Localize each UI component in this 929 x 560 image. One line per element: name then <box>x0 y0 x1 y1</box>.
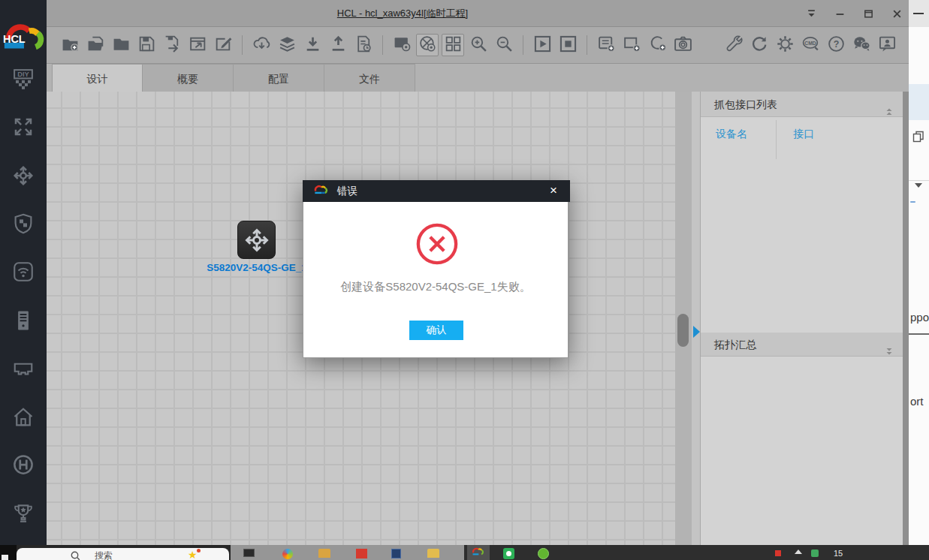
add-area-button[interactable] <box>620 34 643 56</box>
maximize-button[interactable] <box>862 8 874 20</box>
topology-panel-header[interactable]: 拓扑汇总 <box>701 333 903 357</box>
sidebar-item-trophy[interactable] <box>7 498 40 531</box>
dialog-titlebar[interactable]: 错误 × <box>303 180 570 202</box>
wechat-button[interactable] <box>850 34 873 56</box>
panel-expand-handle[interactable] <box>693 326 700 338</box>
sidebar-item-server[interactable] <box>7 306 40 339</box>
settings-gear-button[interactable] <box>774 34 796 56</box>
device-label[interactable]: S5820V2-54QS-GE_1 <box>207 262 307 273</box>
save-button[interactable] <box>135 34 158 56</box>
tab-设计[interactable]: 设计 <box>52 64 143 92</box>
sidebar-item-ethernet-port[interactable] <box>7 354 40 387</box>
app-icon-red[interactable] <box>356 549 367 558</box>
recent-doc-button[interactable] <box>352 34 375 56</box>
grid-view-button[interactable] <box>442 34 464 56</box>
taskbar-clock[interactable]: 15 <box>834 549 843 558</box>
zoom-in-icon <box>469 35 488 56</box>
tab-文件[interactable]: 文件 <box>324 64 415 92</box>
collapse-toolbar-button[interactable] <box>805 8 817 20</box>
show-background-button[interactable] <box>391 34 413 56</box>
dialog-close-button[interactable]: × <box>546 183 561 198</box>
taskbar-wechat-app[interactable] <box>503 548 514 559</box>
tab-配置[interactable]: 配置 <box>234 64 324 92</box>
weather-star-icon[interactable]: ★ <box>188 549 198 560</box>
error-message: 创建设备S5820V2-54QS-GE_1失败。 <box>303 280 568 294</box>
recent-doc-icon <box>354 35 373 56</box>
save-as-button[interactable] <box>161 34 183 56</box>
tray-show-hidden-icon[interactable] <box>795 549 802 554</box>
taskbar-search[interactable]: 搜索 ★ <box>17 548 229 560</box>
tab-概要[interactable]: 概要 <box>143 64 234 92</box>
export-window-button[interactable] <box>186 34 209 56</box>
new-project-icon <box>61 35 80 56</box>
column-interface[interactable]: 接口 <box>793 117 814 150</box>
app-icon-cube[interactable] <box>391 549 401 558</box>
help-button[interactable]: ? <box>825 34 847 56</box>
sidebar-item-firewall-shield[interactable] <box>7 209 40 242</box>
close-button[interactable] <box>891 8 903 20</box>
confirm-button[interactable]: 确认 <box>409 321 463 340</box>
zoom-in-button[interactable] <box>467 34 490 56</box>
titlebar[interactable]: HCL - hcl_xaw63y4l[临时工程] <box>47 0 909 27</box>
toolbar: CMD? <box>47 27 909 63</box>
ethernet-port-icon <box>12 357 35 383</box>
new-project-button[interactable] <box>59 34 81 56</box>
collapse-down-icon[interactable] <box>885 340 894 364</box>
wrench-tools-button[interactable] <box>722 34 745 56</box>
background-minimize-icon[interactable] <box>913 13 924 14</box>
app-icon-folder2[interactable] <box>427 549 439 558</box>
device-palette-sidebar: HCL DIY <box>0 0 47 545</box>
svg-text:CMD: CMD <box>804 40 816 45</box>
window-right-edge[interactable] <box>903 92 909 545</box>
import-down-button[interactable] <box>301 34 324 56</box>
stop-button[interactable] <box>556 34 579 56</box>
edit-project-button[interactable] <box>212 34 234 56</box>
cmd-console-button[interactable]: CMD <box>799 34 822 56</box>
toolbar-separator <box>587 35 587 55</box>
divider <box>909 180 929 181</box>
sidebar-item-home[interactable] <box>7 402 40 435</box>
search-label: 搜索 <box>95 549 113 560</box>
background-window-strip: ppo ort <box>909 0 929 545</box>
toolbar-separator <box>242 35 243 55</box>
reset-undo-button[interactable] <box>748 34 771 56</box>
minimize-button[interactable] <box>834 8 846 20</box>
device-node[interactable] <box>237 221 276 259</box>
tray-red-icon[interactable] <box>775 550 781 556</box>
sidebar-item-diy[interactable]: DIY <box>7 64 40 97</box>
export-up-button[interactable] <box>327 34 349 56</box>
scrollbar-thumb[interactable] <box>677 314 689 347</box>
app-icon-folder[interactable] <box>318 549 330 558</box>
dropdown-caret-icon[interactable] <box>915 183 922 188</box>
sidebar-item-wireless[interactable] <box>7 257 40 290</box>
svg-text:HCL: HCL <box>3 33 26 45</box>
screen: HCL DIY HCL - hcl_xaw63y4l[临时工程] CMD? 设计… <box>0 0 929 560</box>
open-project-button[interactable] <box>84 34 107 56</box>
device-layers-button[interactable] <box>276 34 298 56</box>
vertical-scrollbar[interactable] <box>675 92 692 545</box>
sidebar-item-h3c-logo[interactable] <box>7 450 40 483</box>
cloud-download-button[interactable] <box>250 34 273 56</box>
feedback-button[interactable] <box>876 34 898 56</box>
tray-green-icon[interactable] <box>811 549 819 557</box>
start-button[interactable] <box>0 545 17 560</box>
start-play-button[interactable] <box>531 34 553 56</box>
taskbar-hcl-app[interactable] <box>467 545 490 560</box>
snapshot-camera-button[interactable] <box>671 34 694 56</box>
sidebar-item-move-arrows-device[interactable] <box>7 161 40 194</box>
capture-panel-header[interactable]: 抓包接口列表 <box>701 92 903 117</box>
app-icon-browser[interactable] <box>282 549 293 559</box>
column-device-name[interactable]: 设备名 <box>716 117 747 150</box>
expand-arrows-icon <box>12 116 35 141</box>
zoom-out-button[interactable] <box>493 34 515 56</box>
capture-panel-title: 抓包接口列表 <box>714 98 777 110</box>
folder-open-button[interactable] <box>110 34 132 56</box>
add-curve-button[interactable] <box>646 34 668 56</box>
taskbar-green-app[interactable] <box>538 548 549 559</box>
show-globe-button[interactable] <box>416 34 439 56</box>
copy-pages-icon[interactable] <box>912 131 924 146</box>
settings-gear-icon <box>776 35 795 56</box>
app-icon-monitor[interactable] <box>243 549 255 557</box>
add-note-button[interactable] <box>595 34 617 56</box>
sidebar-item-expand-arrows[interactable] <box>7 112 40 145</box>
